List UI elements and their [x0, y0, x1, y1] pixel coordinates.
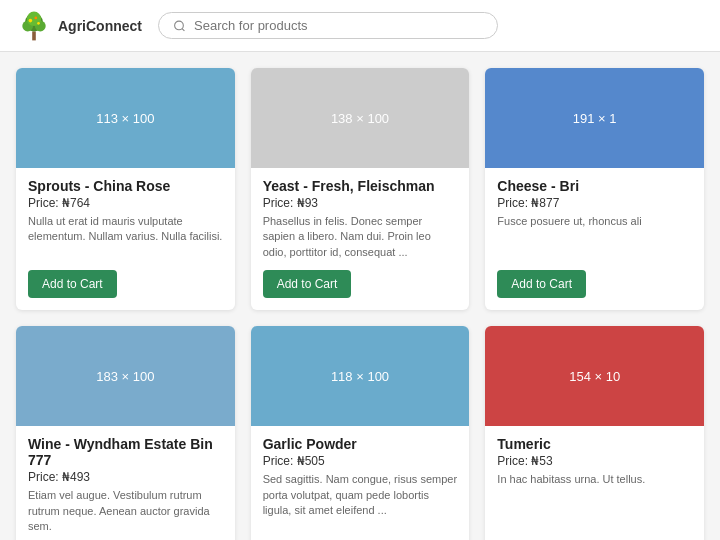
product-description: Fusce posuere ut, rhoncus ali	[497, 214, 692, 260]
product-image-label: 191 × 1	[573, 111, 617, 126]
product-card: 118 × 100 Garlic Powder Price: ₦505 Sed …	[251, 326, 470, 540]
product-description: Sed sagittis. Nam congue, risus semper p…	[263, 472, 458, 534]
logo-icon	[16, 8, 52, 44]
product-image-label: 118 × 100	[331, 369, 389, 384]
product-info: Sprouts - China Rose Price: ₦764 Nulla u…	[16, 168, 235, 310]
product-image-label: 154 × 10	[569, 369, 620, 384]
add-to-cart-button[interactable]: Add to Cart	[28, 270, 117, 298]
product-info: Wine - Wyndham Estate Bin 777 Price: ₦49…	[16, 426, 235, 540]
svg-rect-0	[32, 31, 36, 40]
product-image: 118 × 100	[251, 326, 470, 426]
product-price: Price: ₦505	[263, 454, 458, 468]
product-info: Yeast - Fresh, Fleischman Price: ₦93 Pha…	[251, 168, 470, 310]
add-to-cart-button[interactable]: Add to Cart	[263, 270, 352, 298]
product-name: Cheese - Bri	[497, 178, 692, 194]
product-image: 183 × 100	[16, 326, 235, 426]
product-price: Price: ₦764	[28, 196, 223, 210]
svg-point-6	[34, 16, 37, 19]
product-info: Tumeric Price: ₦53 In hac habitass urna.…	[485, 426, 704, 540]
product-image-label: 138 × 100	[331, 111, 389, 126]
product-image: 113 × 100	[16, 68, 235, 168]
header: AgriConnect	[0, 0, 720, 52]
logo-area: AgriConnect	[16, 8, 142, 44]
search-bar[interactable]	[158, 12, 498, 39]
product-price: Price: ₦493	[28, 470, 223, 484]
product-image: 138 × 100	[251, 68, 470, 168]
svg-point-8	[175, 21, 184, 30]
product-image-label: 183 × 100	[96, 369, 154, 384]
product-card: 154 × 10 Tumeric Price: ₦53 In hac habit…	[485, 326, 704, 540]
product-name: Tumeric	[497, 436, 692, 452]
product-image-label: 113 × 100	[96, 111, 154, 126]
svg-point-5	[29, 18, 33, 22]
product-price: Price: ₦93	[263, 196, 458, 210]
product-description: Phasellus in felis. Donec semper sapien …	[263, 214, 458, 260]
product-name: Yeast - Fresh, Fleischman	[263, 178, 458, 194]
add-to-cart-button[interactable]: Add to Cart	[497, 270, 586, 298]
product-image: 154 × 10	[485, 326, 704, 426]
product-card: 183 × 100 Wine - Wyndham Estate Bin 777 …	[16, 326, 235, 540]
search-icon	[173, 19, 186, 33]
product-info: Garlic Powder Price: ₦505 Sed sagittis. …	[251, 426, 470, 540]
product-grid: 113 × 100 Sprouts - China Rose Price: ₦7…	[0, 52, 720, 540]
product-card: 113 × 100 Sprouts - China Rose Price: ₦7…	[16, 68, 235, 310]
product-price: Price: ₦53	[497, 454, 692, 468]
product-info: Cheese - Bri Price: ₦877 Fusce posuere u…	[485, 168, 704, 310]
product-description: In hac habitass urna. Ut tellus.	[497, 472, 692, 534]
product-card: 138 × 100 Yeast - Fresh, Fleischman Pric…	[251, 68, 470, 310]
product-description: Nulla ut erat id mauris vulputate elemen…	[28, 214, 223, 260]
product-name: Garlic Powder	[263, 436, 458, 452]
product-card: 191 × 1 Cheese - Bri Price: ₦877 Fusce p…	[485, 68, 704, 310]
product-price: Price: ₦877	[497, 196, 692, 210]
search-input[interactable]	[194, 18, 483, 33]
svg-line-9	[182, 28, 184, 30]
product-name: Sprouts - China Rose	[28, 178, 223, 194]
product-description: Etiam vel augue. Vestibulum rutrum rutru…	[28, 488, 223, 534]
product-image: 191 × 1	[485, 68, 704, 168]
logo-text: AgriConnect	[58, 18, 142, 34]
svg-point-7	[37, 21, 40, 24]
product-name: Wine - Wyndham Estate Bin 777	[28, 436, 223, 468]
